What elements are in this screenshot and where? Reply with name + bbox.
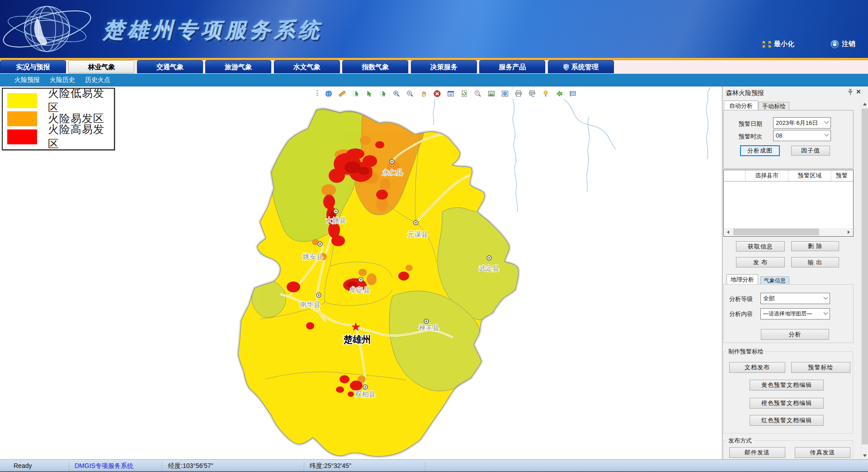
panel-tab-geo-analysis[interactable]: 地理分析	[726, 274, 758, 284]
panel-close-icon[interactable]: ×	[856, 87, 861, 96]
analyze-map-button[interactable]: 分析成图	[740, 145, 780, 156]
delete-button[interactable]: 删 除	[791, 241, 839, 251]
warn-date-label: 预警日期	[739, 120, 762, 128]
panel-tab-auto-analysis[interactable]: 自动分析	[724, 100, 758, 110]
select-polygon-icon	[352, 90, 359, 97]
tab-live-forecast[interactable]: 实况与预报	[0, 60, 66, 73]
email-send-button[interactable]: 邮件发送	[729, 447, 785, 458]
tab-index-weather[interactable]: 指数气象	[342, 60, 408, 73]
legend-label-high: 火险高易发区	[48, 122, 114, 151]
get-info-button[interactable]: 获取信息	[736, 241, 785, 252]
status-separator	[69, 462, 69, 471]
warn-time-label: 预警时次	[739, 133, 762, 141]
toolbar-select-polygon-button[interactable]	[352, 90, 359, 97]
refresh-page-icon	[461, 90, 468, 97]
export-button[interactable]: 输 出	[791, 257, 839, 267]
analyze-button[interactable]: 分析	[761, 329, 829, 340]
toolbar-zoom-out-button[interactable]	[406, 90, 414, 97]
panel-vscrollbar[interactable]	[861, 100, 868, 459]
logout-button[interactable]: 注销	[830, 40, 855, 48]
toolbar-pan-button[interactable]	[420, 90, 427, 97]
analysis-content-select[interactable]: —请选择地理图层—	[760, 308, 830, 319]
toolbar-identify-button[interactable]: ?	[474, 90, 481, 97]
panel-tab-manual-plot[interactable]: 手动标绘	[759, 102, 789, 110]
toolbar-grip[interactable]	[316, 91, 318, 97]
hscroll-right-arrow[interactable]	[845, 228, 853, 236]
red-warning-doc-button[interactable]: 红色预警文档编辑	[750, 415, 824, 426]
vscroll-down-arrow[interactable]	[861, 452, 868, 459]
toolbar-overview-button[interactable]	[447, 90, 454, 97]
toolbar-measure-button[interactable]	[339, 90, 346, 97]
vscroll-thumb[interactable]	[862, 109, 868, 444]
toolbar-map-flag-button[interactable]	[569, 90, 576, 97]
grid-col-warning-area: 预警区域	[788, 170, 831, 181]
doc-publish-button[interactable]: 文档发布	[729, 362, 785, 373]
status-ready: Ready	[14, 462, 32, 469]
tab-service-products[interactable]: 服务产品	[479, 60, 545, 73]
zoom-in-icon	[393, 90, 400, 97]
analysis-level-value: 全部	[763, 295, 824, 303]
tab-decision-service[interactable]: 决策服务	[411, 60, 477, 73]
subnav-fire-forecast[interactable]: 火险预报	[14, 76, 40, 84]
capital-star-marker: ★	[350, 320, 361, 334]
warn-date-value: 2023年 6月16日	[776, 119, 825, 127]
status-separator	[162, 462, 162, 471]
hscroll-thumb[interactable]	[733, 229, 819, 235]
pin-icon[interactable]	[847, 89, 854, 96]
status-latitude: 纬度:25°32'45"	[310, 462, 351, 470]
warn-date-select[interactable]: 2023年 6月16日	[773, 117, 831, 129]
minimize-button[interactable]: 最小化	[762, 40, 794, 48]
globe-icon	[325, 90, 332, 97]
tab-forestry-weather[interactable]: 林业气象	[68, 60, 134, 73]
map-window-icon	[501, 90, 509, 97]
subnav-historic-fire-points[interactable]: 历史火点	[85, 76, 110, 84]
toolbar-refresh-button[interactable]	[461, 90, 468, 97]
toolbar-print-setup-button[interactable]	[528, 90, 536, 97]
fax-send-button[interactable]: 传真发送	[795, 447, 850, 458]
toolbar-globe-button[interactable]	[325, 90, 332, 97]
grid-col-county: 选择县市	[745, 170, 788, 181]
tab-system-management[interactable]: 系统管理	[548, 60, 614, 73]
subnav-fire-history[interactable]: 火险历史	[50, 76, 75, 84]
toolbar-print-button[interactable]	[515, 90, 522, 97]
county-label-yongren: 永仁县	[383, 168, 403, 176]
toolbar-clear-button[interactable]	[434, 90, 441, 97]
grid-hscrollbar[interactable]	[724, 228, 853, 236]
legend-swatch-low	[7, 93, 37, 108]
toolbar-back-button[interactable]	[556, 90, 563, 97]
vscroll-up-arrow[interactable]	[861, 100, 868, 108]
status-bar: Ready DMGIS专项服务系统 经度:103°56'57" 纬度:25°32…	[0, 459, 868, 472]
toolbar-zoom-in-button[interactable]	[393, 90, 400, 97]
tab-traffic-weather[interactable]: 交通气象	[137, 60, 203, 73]
hscroll-left-arrow[interactable]	[724, 228, 732, 236]
zoom-out-icon	[406, 90, 414, 97]
globe-logo	[2, 0, 106, 58]
status-separator	[425, 462, 425, 471]
header-banner: 楚雄州专项服务系统 最小化	[0, 0, 868, 58]
toolbar-map-window-button[interactable]	[501, 90, 509, 97]
toolbar-select-arrow-button[interactable]	[366, 90, 373, 97]
publish-button[interactable]: 发 布	[736, 257, 785, 267]
toolbar-pin-button[interactable]	[542, 90, 549, 97]
legend-swatch-high	[7, 129, 37, 144]
panel-tab-weather-info[interactable]: 气象信息	[760, 277, 789, 284]
legend-swatch-medium	[7, 111, 37, 126]
identify-icon: ?	[474, 90, 481, 97]
tab-tourism-weather[interactable]: 旅游气象	[205, 60, 271, 73]
warn-plot-button[interactable]: 预警标绘	[791, 362, 850, 373]
factor-value-button[interactable]: 因子值	[791, 146, 830, 156]
toolbar-export-image-button[interactable]	[488, 90, 495, 97]
status-system-name[interactable]: DMGIS专项服务系统	[75, 462, 133, 470]
yellow-warning-doc-button[interactable]: 黄色预警文档编辑	[750, 380, 824, 391]
analysis-content-value: —请选择地理图层—	[763, 310, 824, 318]
warn-time-select[interactable]: 08	[773, 130, 831, 141]
warning-grid[interactable]: 选择县市 预警区域 预警	[723, 170, 854, 237]
app-title: 楚雄州专项服务系统	[103, 16, 323, 44]
analysis-level-select[interactable]: 全部	[760, 293, 830, 304]
analysis-content-label: 分析内容	[729, 310, 753, 318]
chevron-down-icon	[825, 119, 829, 124]
main-tabbar: 实况与预报 林业气象 交通气象 旅游气象 水文气象 指数气象 决策服务 服务产品…	[0, 60, 868, 74]
tab-hydrology-weather[interactable]: 水文气象	[274, 60, 340, 73]
toolbar-select-circle-button[interactable]	[379, 90, 387, 97]
orange-warning-doc-button[interactable]: 橙色预警文档编辑	[750, 398, 824, 409]
